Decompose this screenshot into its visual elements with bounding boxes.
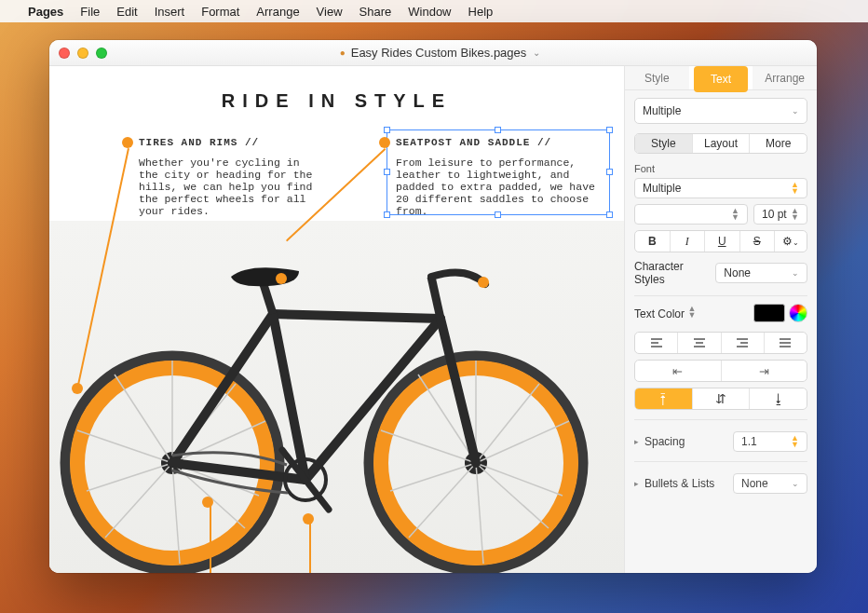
zoom-button[interactable]	[96, 48, 107, 59]
align-right-button[interactable]	[722, 333, 765, 353]
selection-handle[interactable]	[606, 169, 613, 175]
menu-window[interactable]: Window	[408, 5, 451, 19]
svg-line-20	[381, 430, 476, 463]
character-styles-select[interactable]: None⌄	[715, 263, 807, 283]
svg-line-14	[172, 463, 180, 564]
svg-line-23	[476, 463, 563, 496]
strikethrough-button[interactable]: S	[740, 231, 776, 252]
font-family-select[interactable]: Multiple ▲▼	[634, 178, 807, 198]
font-variant-select[interactable]: ▲▼	[634, 204, 748, 225]
title-dropdown-icon[interactable]: ⌄	[533, 48, 540, 58]
window-title: Easy Rides Custom Bikes.pages	[49, 46, 817, 60]
svg-line-24	[476, 463, 483, 564]
valign-middle-button[interactable]: ⇵	[693, 388, 751, 409]
selection-handle[interactable]	[606, 127, 613, 133]
selection-handle[interactable]	[606, 211, 613, 218]
valign-top-button[interactable]: ⭱	[635, 388, 693, 409]
callout-line	[309, 523, 311, 573]
chevron-down-icon: ⌄	[792, 108, 799, 115]
svg-point-38	[202, 497, 213, 508]
color-picker-button[interactable]	[789, 304, 807, 322]
document-window: Easy Rides Custom Bikes.pages ⌄ RIDE IN …	[49, 40, 817, 573]
valign-bottom-button[interactable]: ⭳	[750, 388, 807, 409]
selection-handle[interactable]	[384, 211, 390, 218]
menu-insert[interactable]: Insert	[155, 5, 185, 19]
underline-button[interactable]: U	[705, 231, 740, 252]
text-color-well[interactable]	[753, 304, 785, 322]
svg-line-17	[476, 421, 569, 463]
advanced-options-button[interactable]: ⚙⌄	[775, 231, 807, 252]
chevron-down-icon: ⌄	[792, 481, 799, 487]
menu-format[interactable]: Format	[201, 5, 239, 19]
menubar: Pages File Edit Insert Format Arrange Vi…	[0, 0, 868, 22]
spacing-select[interactable]: 1.1▲▼	[733, 431, 807, 452]
subtab-style[interactable]: Style	[635, 134, 693, 153]
tab-text[interactable]: Text	[689, 66, 753, 89]
italic-button[interactable]: I	[671, 231, 706, 252]
svg-line-18	[476, 463, 549, 528]
tab-arrange[interactable]: Arrange	[753, 66, 817, 89]
font-style-buttons: B I U S ⚙⌄	[634, 230, 807, 252]
menu-arrange[interactable]: Arrange	[256, 5, 299, 19]
font-size-field[interactable]: 10 pt▲▼	[753, 204, 807, 225]
stepper-icon: ▲▼	[791, 182, 799, 195]
align-justify-button[interactable]	[765, 333, 807, 353]
paragraph-style-select[interactable]: Multiple ⌄	[634, 98, 807, 124]
svg-line-22	[476, 384, 539, 463]
bicycle-image[interactable]	[49, 221, 624, 573]
increase-indent-button[interactable]: ⇥	[722, 361, 807, 381]
selection-box[interactable]	[387, 129, 610, 215]
bold-button[interactable]: B	[635, 231, 671, 252]
disclosure-triangle-icon[interactable]: ▸	[634, 479, 639, 488]
inspector-tabs: Style Text Arrange	[625, 66, 817, 90]
page-title[interactable]: RIDE IN STYLE	[49, 90, 624, 112]
svg-point-40	[276, 273, 287, 284]
menu-edit[interactable]: Edit	[116, 5, 137, 19]
svg-point-39	[303, 513, 314, 524]
text-block-tires-body: Whether you're cycling in the city or he…	[139, 157, 320, 217]
text-block-tires-heading: TIRES AND RIMS //	[139, 137, 320, 149]
align-left-button[interactable]	[635, 333, 678, 353]
close-button[interactable]	[59, 48, 70, 59]
align-center-button[interactable]	[678, 333, 721, 353]
minimize-button[interactable]	[77, 48, 88, 59]
stepper-icon: ▲▼	[791, 208, 799, 221]
svg-line-33	[431, 277, 441, 319]
menu-view[interactable]: View	[317, 5, 343, 19]
stepper-icon: ▲▼	[791, 435, 799, 448]
bicycle-illustration	[49, 221, 624, 573]
svg-point-41	[478, 277, 489, 288]
text-subtabs: Style Layout More	[634, 133, 807, 154]
spacing-label: Spacing	[644, 435, 685, 448]
selection-handle[interactable]	[384, 169, 390, 175]
svg-line-11	[115, 375, 172, 463]
stepper-icon: ▲▼	[731, 208, 739, 221]
chevron-down-icon: ⌄	[792, 270, 799, 277]
selection-handle[interactable]	[495, 127, 501, 133]
menu-help[interactable]: Help	[468, 5, 494, 19]
selection-handle[interactable]	[384, 127, 390, 133]
selection-handle[interactable]	[495, 211, 501, 218]
stepper-icon[interactable]: ▲▼	[687, 306, 696, 319]
document-canvas[interactable]: RIDE IN STYLE TIRES AND RIMS // Whether …	[49, 66, 624, 573]
decrease-indent-button[interactable]: ⇤	[635, 361, 722, 381]
callout-line	[210, 503, 211, 573]
menu-file[interactable]: File	[80, 5, 100, 19]
menu-share[interactable]: Share	[359, 5, 392, 19]
character-styles-label: Character Styles	[634, 260, 715, 286]
format-inspector: Style Text Arrange Multiple ⌄ Style Layo…	[624, 66, 817, 573]
app-menu[interactable]: Pages	[28, 5, 63, 19]
vertical-alignment: ⭱ ⇵ ⭳	[634, 388, 807, 410]
titlebar[interactable]: Easy Rides Custom Bikes.pages ⌄	[49, 40, 817, 66]
subtab-more[interactable]: More	[750, 134, 807, 153]
svg-line-10	[77, 430, 172, 463]
bullets-select[interactable]: None⌄	[733, 473, 807, 494]
disclosure-triangle-icon[interactable]: ▸	[634, 437, 639, 446]
gear-icon: ⚙	[782, 235, 793, 248]
callout-dot	[122, 137, 133, 148]
tab-style[interactable]: Style	[625, 66, 689, 89]
bullets-label: Bullets & Lists	[644, 477, 714, 490]
text-block-tires[interactable]: TIRES AND RIMS // Whether you're cycling…	[139, 137, 320, 217]
subtab-layout[interactable]: Layout	[693, 134, 751, 153]
horizontal-alignment	[634, 332, 807, 354]
